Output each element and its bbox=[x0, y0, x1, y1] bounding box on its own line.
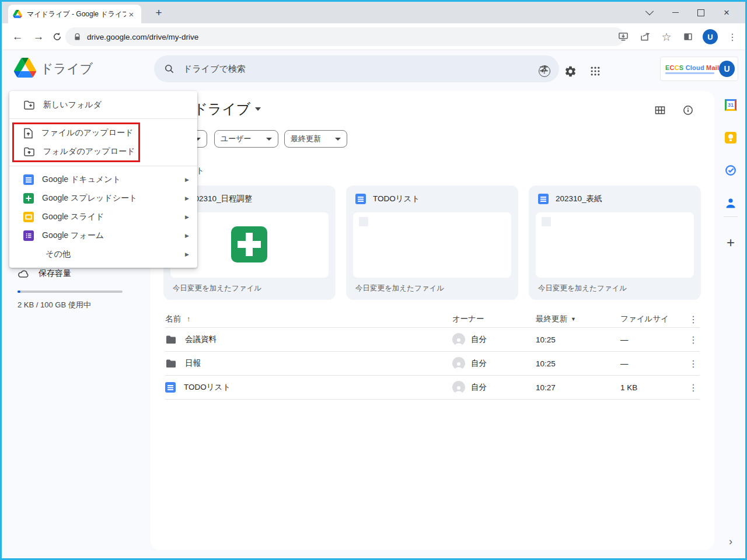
filter-chip-modified[interactable]: 最終更新 bbox=[284, 130, 347, 148]
menu-item-google-sheets[interactable]: Google スプレッドシート ▶ bbox=[9, 189, 197, 208]
calendar-icon[interactable]: 31 bbox=[724, 98, 738, 112]
table-row[interactable]: 日報 自分 10:25 — ⋮ bbox=[165, 352, 700, 375]
new-folder-icon bbox=[23, 100, 35, 110]
column-menu-icon[interactable]: ⋮ bbox=[685, 311, 702, 327]
owner-avatar bbox=[452, 357, 465, 370]
folder-icon bbox=[165, 334, 177, 345]
show-side-panel-icon[interactable]: › bbox=[724, 536, 738, 548]
menu-item-new-folder[interactable]: 新しいフォルダ bbox=[9, 96, 197, 114]
menu-item-google-forms[interactable]: Google フォーム ▶ bbox=[9, 226, 197, 245]
column-size[interactable]: ファイルサイ bbox=[620, 314, 669, 324]
eccs-cloud-mail-badge[interactable]: ECCS Cloud Mail U bbox=[660, 57, 738, 81]
owner-avatar bbox=[452, 381, 465, 394]
browser-window: マイドライブ - Google ドライブ × + × ← → drive.goo… bbox=[0, 0, 747, 560]
row-menu-icon[interactable]: ⋮ bbox=[685, 376, 702, 399]
card-title: TODOリスト bbox=[373, 194, 420, 204]
filter-chip-people[interactable]: ユーザー bbox=[214, 130, 278, 148]
url-text: drive.google.com/drive/my-drive bbox=[87, 33, 198, 41]
column-name[interactable]: 名前 bbox=[165, 314, 181, 324]
card-caption: 今日変更を加えたファイル bbox=[355, 284, 444, 293]
tab-title: マイドライブ - Google ドライブ bbox=[27, 9, 126, 19]
card-title: 202310_表紙 bbox=[556, 194, 602, 204]
search-placeholder: ドライブで検索 bbox=[183, 64, 538, 75]
column-modified[interactable]: 最終更新 bbox=[536, 314, 567, 324]
suggestions-section-label: ト bbox=[196, 166, 204, 176]
browser-avatar[interactable]: U bbox=[703, 29, 718, 44]
window-menu-chevron-icon[interactable] bbox=[637, 2, 662, 23]
docs-icon bbox=[355, 194, 366, 204]
help-icon[interactable]: ? bbox=[537, 64, 552, 79]
forward-button[interactable]: → bbox=[30, 28, 47, 46]
submenu-arrow-icon: ▶ bbox=[185, 233, 189, 239]
account-avatar[interactable]: U bbox=[719, 61, 735, 77]
browser-tab[interactable]: マイドライブ - Google ドライブ × bbox=[8, 5, 141, 23]
annotation-highlight-box bbox=[12, 123, 140, 162]
owner-avatar bbox=[452, 333, 465, 346]
folder-icon bbox=[165, 358, 177, 369]
apps-grid-icon[interactable] bbox=[588, 64, 603, 79]
sort-desc-icon: ▼ bbox=[571, 316, 576, 322]
table-header: 名前 ↑ オーナー 最終更新 ▼ ファイルサイ ⋮ bbox=[165, 311, 700, 327]
menu-item-google-docs[interactable]: Google ドキュメント ▶ bbox=[9, 170, 197, 189]
keep-icon[interactable] bbox=[724, 131, 738, 145]
new-menu: 新しいフォルダ ファイルのアップロード フォルダのアップロード Google ド… bbox=[9, 91, 197, 268]
badge-title: ECCS Cloud Mail bbox=[665, 64, 719, 71]
bookmark-star-icon[interactable]: ☆ bbox=[659, 30, 673, 44]
tab-strip: マイドライブ - Google ドライブ × + × bbox=[2, 2, 745, 23]
suggested-file-card[interactable]: 202310_表紙 今日変更を加えたファイル bbox=[529, 186, 701, 300]
lock-icon bbox=[74, 33, 81, 41]
install-icon[interactable] bbox=[616, 30, 630, 44]
suggested-file-card[interactable]: TODOリスト 今日変更を加えたファイル bbox=[346, 186, 518, 300]
storage-usage: 2 KB / 100 GB 使用中 bbox=[18, 300, 91, 310]
maximize-button[interactable] bbox=[688, 2, 714, 23]
file-size: — bbox=[620, 335, 629, 344]
card-title: 202310_日程調整 bbox=[190, 194, 253, 204]
slides-icon bbox=[23, 212, 34, 222]
address-bar[interactable]: drive.google.com/drive/my-drive bbox=[65, 27, 624, 46]
reload-button[interactable] bbox=[48, 28, 66, 46]
minimize-button[interactable] bbox=[662, 2, 688, 23]
drive-logo[interactable] bbox=[14, 58, 36, 78]
rail-divider bbox=[724, 216, 738, 217]
browser-more-icon[interactable]: ⋮ bbox=[725, 30, 739, 44]
file-size: — bbox=[620, 359, 629, 368]
table-row[interactable]: 会議資料 自分 10:25 — ⋮ bbox=[165, 328, 700, 351]
contacts-icon[interactable] bbox=[724, 196, 738, 210]
file-name: 会議資料 bbox=[185, 334, 217, 345]
drive-favicon bbox=[13, 10, 22, 18]
grid-view-toggle[interactable] bbox=[652, 103, 668, 118]
side-panel-icon[interactable] bbox=[681, 30, 695, 44]
storage-label[interactable]: 保存容量 bbox=[39, 268, 71, 279]
column-owner[interactable]: オーナー bbox=[452, 314, 484, 324]
owner-name: 自分 bbox=[471, 334, 487, 345]
sort-asc-icon[interactable]: ↑ bbox=[187, 315, 190, 323]
modified-time: 10:25 bbox=[536, 335, 556, 344]
share-icon[interactable] bbox=[638, 30, 652, 44]
settings-gear-icon[interactable] bbox=[563, 64, 578, 79]
window-close-button[interactable]: × bbox=[714, 2, 739, 23]
new-tab-button[interactable]: + bbox=[151, 5, 166, 20]
tasks-icon[interactable] bbox=[724, 163, 738, 177]
menu-item-google-slides[interactable]: Google スライド ▶ bbox=[9, 208, 197, 226]
submenu-arrow-icon: ▶ bbox=[185, 251, 189, 257]
card-caption: 今日変更を加えたファイル bbox=[538, 284, 627, 293]
file-size: 1 KB bbox=[620, 383, 637, 392]
app-name: ドライブ bbox=[40, 60, 93, 78]
back-button[interactable]: ← bbox=[9, 28, 26, 46]
docs-icon bbox=[165, 382, 176, 393]
file-name: TODOリスト bbox=[184, 382, 231, 393]
submenu-arrow-icon: ▶ bbox=[185, 177, 189, 183]
table-row[interactable]: TODOリスト 自分 10:27 1 KB ⋮ bbox=[165, 376, 700, 399]
file-thumbnail bbox=[353, 212, 511, 278]
info-icon[interactable] bbox=[680, 103, 696, 118]
menu-item-more[interactable]: その他 ▶ bbox=[9, 245, 197, 264]
drive-app: ドライブ ドライブで検索 ? ECCS Cloud Mail U bbox=[2, 50, 745, 558]
row-menu-icon[interactable]: ⋮ bbox=[685, 328, 702, 351]
search-input[interactable]: ドライブで検索 bbox=[154, 55, 559, 82]
cloud-icon bbox=[18, 268, 30, 279]
tab-close-icon[interactable]: × bbox=[126, 9, 137, 19]
modified-time: 10:25 bbox=[536, 359, 556, 368]
row-menu-icon[interactable]: ⋮ bbox=[685, 352, 702, 375]
docs-icon bbox=[538, 194, 549, 204]
get-add-ons-icon[interactable]: + bbox=[724, 236, 738, 250]
